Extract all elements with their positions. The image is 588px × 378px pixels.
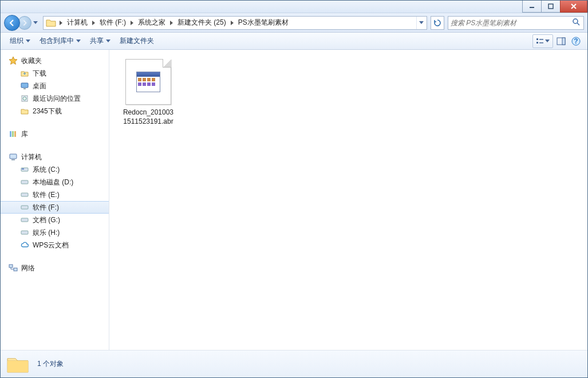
recent-locations-button[interactable]: [31, 17, 40, 29]
minimize-button[interactable]: [522, 1, 542, 13]
chevron-down-icon: [26, 40, 30, 42]
chevron-right-icon[interactable]: [168, 19, 175, 27]
navigation-pane[interactable]: 收藏夹 下载 桌面 最近访问的位置 2345下载: [1, 50, 109, 350]
favorites-group: 收藏夹 下载 桌面 最近访问的位置 2345下载: [1, 54, 109, 117]
chevron-right-icon[interactable]: [228, 19, 236, 27]
library-icon: [9, 129, 18, 139]
svg-rect-3: [536, 38, 538, 40]
preview-pane-button[interactable]: [554, 34, 568, 48]
sidebar-drive-c[interactable]: 系统 (C:): [1, 163, 109, 176]
nav-arrows: [4, 15, 40, 31]
details-pane: 1 个对象: [1, 350, 587, 377]
sidebar-item-desktop[interactable]: 桌面: [1, 80, 109, 92]
address-bar[interactable]: 计算机 软件 (F:) 系统之家 新建文件夹 (25) PS水墨笔刷素材: [43, 16, 427, 30]
network-icon: [9, 263, 18, 273]
share-button[interactable]: 共享: [85, 33, 115, 49]
search-input[interactable]: [451, 19, 572, 27]
crumb-drive[interactable]: 软件 (F:): [97, 17, 128, 29]
help-button[interactable]: ?: [569, 34, 583, 48]
folder-icon: [20, 107, 29, 116]
sidebar-wps-cloud[interactable]: WPS云文档: [1, 239, 109, 251]
svg-point-2: [573, 19, 578, 23]
window-controls: [523, 1, 587, 13]
chevron-right-icon[interactable]: [90, 19, 97, 27]
sidebar-item-label: 2345下载: [33, 107, 62, 116]
svg-rect-16: [12, 131, 14, 137]
command-bar: 组织 包含到库中 共享 新建文件夹 ?: [1, 33, 587, 50]
search-icon[interactable]: [572, 18, 581, 27]
sidebar-item-recent[interactable]: 最近访问的位置: [1, 92, 109, 105]
explorer-window: 计算机 软件 (F:) 系统之家 新建文件夹 (25) PS水墨笔刷素材: [0, 0, 588, 378]
sidebar-drive-h[interactable]: 娱乐 (H:): [1, 226, 109, 239]
organize-button[interactable]: 组织: [5, 33, 35, 49]
computer-group: 计算机 系统 (C:) 本地磁盘 (D:) 软件 (E:) 软件 (F:): [1, 151, 109, 251]
chevron-right-icon[interactable]: [57, 19, 65, 27]
cloud-icon: [20, 241, 29, 250]
sidebar-drive-e[interactable]: 软件 (E:): [1, 188, 109, 201]
recent-icon: [20, 94, 29, 103]
crumb-computer[interactable]: 计算机: [65, 17, 90, 29]
crumb-folder-2[interactable]: 新建文件夹 (25): [175, 17, 228, 29]
network-header[interactable]: 网络: [1, 262, 109, 274]
svg-rect-1: [548, 4, 553, 9]
sidebar-item-label: 最近访问的位置: [33, 94, 81, 104]
svg-rect-24: [21, 206, 28, 209]
new-folder-label: 新建文件夹: [120, 36, 154, 46]
svg-rect-21: [22, 168, 24, 170]
crumb-folder-1[interactable]: 系统之家: [136, 17, 168, 29]
explorer-body: 收藏夹 下载 桌面 最近访问的位置 2345下载: [1, 50, 587, 350]
drive-icon: [20, 178, 29, 187]
file-list[interactable]: Redocn_201003 1511523191.abr: [109, 50, 587, 350]
refresh-button[interactable]: [431, 16, 444, 30]
new-folder-button[interactable]: 新建文件夹: [115, 33, 159, 49]
sidebar-item-label: 桌面: [33, 81, 46, 91]
maximize-button[interactable]: [541, 1, 561, 13]
view-options-button[interactable]: [532, 34, 553, 48]
organize-label: 组织: [10, 36, 23, 46]
sidebar-drive-d[interactable]: 本地磁盘 (D:): [1, 176, 109, 188]
computer-label: 计算机: [21, 152, 42, 162]
libraries-header[interactable]: 库: [1, 128, 109, 140]
item-count-label: 1 个对象: [37, 359, 64, 369]
computer-header[interactable]: 计算机: [1, 151, 109, 163]
close-button[interactable]: [560, 1, 587, 13]
svg-rect-0: [530, 7, 534, 8]
drive-icon: [20, 165, 29, 174]
computer-icon: [9, 152, 18, 162]
svg-rect-15: [10, 131, 11, 137]
libraries-label: 库: [21, 129, 28, 139]
sidebar-item-label: 本地磁盘 (D:): [33, 178, 73, 187]
sidebar-item-label: 娱乐 (H:): [33, 228, 60, 238]
sidebar-drive-g[interactable]: 文档 (G:): [1, 214, 109, 226]
include-in-library-button[interactable]: 包含到库中: [35, 33, 85, 49]
drive-icon: [20, 203, 29, 212]
breadcrumb: 计算机 软件 (F:) 系统之家 新建文件夹 (25) PS水墨笔刷素材: [57, 17, 416, 29]
network-label: 网络: [21, 263, 35, 273]
svg-rect-27: [9, 265, 13, 267]
drive-icon: [20, 228, 29, 237]
svg-rect-17: [14, 131, 16, 137]
sidebar-drive-f[interactable]: 软件 (F:): [1, 201, 109, 214]
folder-icon: [46, 18, 56, 27]
sidebar-item-label: WPS云文档: [33, 241, 69, 250]
address-dropdown-button[interactable]: [416, 17, 425, 29]
chevron-right-icon[interactable]: [128, 19, 136, 27]
file-item[interactable]: Redocn_201003 1511523191.abr: [121, 59, 176, 126]
crumb-folder-current[interactable]: PS水墨笔刷素材: [236, 17, 291, 29]
sidebar-item-downloads[interactable]: 下载: [1, 67, 109, 80]
drive-icon: [20, 190, 29, 199]
drive-icon: [20, 215, 29, 225]
chevron-down-icon: [545, 40, 550, 42]
navigation-bar: 计算机 软件 (F:) 系统之家 新建文件夹 (25) PS水墨笔刷素材: [1, 13, 587, 33]
star-icon: [9, 56, 18, 65]
favorites-label: 收藏夹: [21, 56, 42, 66]
sidebar-item-label: 系统 (C:): [33, 165, 60, 175]
network-group: 网络: [1, 262, 109, 274]
back-button[interactable]: [4, 15, 20, 31]
svg-rect-6: [539, 42, 543, 44]
favorites-header[interactable]: 收藏夹: [1, 54, 109, 67]
sidebar-item-2345[interactable]: 2345下载: [1, 105, 109, 117]
desktop-icon: [20, 81, 29, 90]
svg-rect-25: [21, 218, 28, 222]
search-box[interactable]: [448, 16, 584, 30]
